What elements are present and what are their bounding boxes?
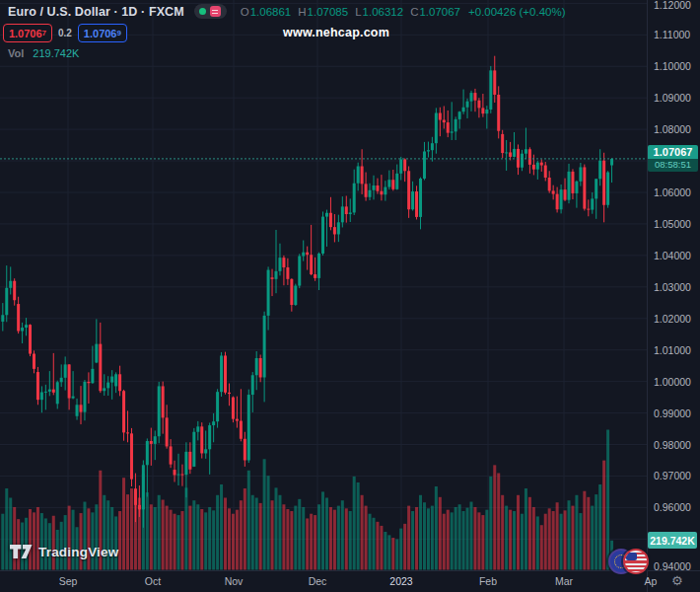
price-axis-label: 1.06000	[654, 186, 691, 198]
price-axis-label: 1.00000	[654, 376, 691, 388]
tradingview-logo-text: TradingView	[38, 545, 118, 559]
close-value: 1.07067	[419, 6, 460, 18]
price-axis-label: 0.94000	[654, 560, 691, 572]
time-axis-label: Sep	[59, 575, 78, 587]
open-value: 1.06861	[250, 6, 292, 18]
buy-button[interactable]: 1.07069	[78, 24, 127, 42]
time-axis-label: Ap	[645, 575, 658, 587]
price-axis-label: 1.03000	[654, 281, 691, 293]
current-price-value: 1.07067	[648, 145, 698, 159]
price-axis-label: 1.02000	[654, 313, 691, 325]
low-value: 1.06312	[363, 6, 404, 18]
price-chart-canvas[interactable]	[0, 0, 700, 592]
spread-value: 0.2	[58, 28, 72, 38]
sell-price: 1.0706	[9, 28, 42, 39]
volume-indicator-row: Vol 219.742K	[8, 47, 79, 59]
current-volume-badge: 219.742K	[648, 532, 697, 549]
bar-countdown: 08:58:51	[648, 159, 698, 172]
gear-icon[interactable]: ⚙	[671, 573, 683, 589]
time-axis-label: 2023	[389, 575, 412, 587]
price-axis-label: 0.98000	[654, 439, 691, 451]
time-axis-label: Feb	[479, 575, 497, 587]
volume-label: Vol	[8, 47, 24, 59]
symbol-header: Euro / U.S. Dollar · 1D · FXCM O1.06861 …	[8, 4, 565, 19]
time-axis-label: Mar	[555, 575, 573, 587]
price-axis-label: 0.96000	[654, 501, 691, 513]
symbol-title: Euro / U.S. Dollar · 1D · FXCM	[8, 5, 184, 19]
current-price-badge: 1.07067 08:58:51	[648, 145, 698, 172]
price-axis-label: 1.05000	[654, 218, 691, 230]
buy-price: 1.0706	[84, 28, 117, 39]
tradingview-logo[interactable]: TradingView	[10, 544, 118, 559]
time-axis-label: Nov	[225, 575, 244, 587]
low-label: L	[355, 6, 361, 18]
time-axis-label: Oct	[145, 575, 161, 587]
market-open-dot-icon	[199, 8, 206, 15]
price-axis-label: 1.04000	[654, 250, 691, 261]
volume-value: 219.742K	[33, 47, 79, 59]
price-axis-label: 1.10000	[654, 60, 691, 72]
details-list-icon	[210, 6, 221, 17]
price-axis-label: 1.09000	[654, 92, 691, 104]
tradingview-chart-window: Euro / U.S. Dollar · 1D · FXCM O1.06861 …	[0, 0, 700, 592]
tradingview-logo-icon	[10, 544, 33, 559]
ohlc-values: O1.06861 H1.07085 L1.06312 C1.07067 +0.0…	[241, 6, 566, 18]
price-axis-label: 0.99000	[654, 407, 691, 419]
high-value: 1.07085	[308, 6, 349, 18]
time-axis-label: Dec	[309, 575, 327, 587]
price-axis-label: 1.08000	[654, 123, 691, 135]
symbol-quick-toggle[interactable]	[194, 4, 227, 19]
open-label: O	[241, 6, 249, 18]
close-label: C	[410, 6, 418, 18]
change-value: +0.00426 (+0.40%)	[468, 6, 565, 18]
us-flag-icon	[623, 549, 649, 574]
symbol-flags	[608, 549, 649, 574]
price-axis-label: 0.97000	[654, 470, 691, 481]
high-label: H	[298, 6, 306, 18]
trade-panel: 1.07067 0.2 1.07069	[3, 24, 127, 42]
price-axis-label: 1.12000	[654, 0, 691, 11]
sell-button[interactable]: 1.07067	[3, 24, 52, 42]
price-axis-label: 1.01000	[654, 344, 691, 356]
